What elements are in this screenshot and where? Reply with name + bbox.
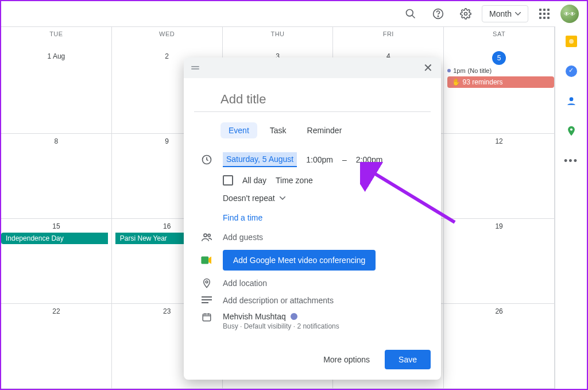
location-icon <box>200 277 214 289</box>
settings-icon[interactable] <box>454 2 477 25</box>
svg-line-1 <box>412 16 415 18</box>
keep-icon[interactable] <box>566 36 577 47</box>
svg-point-9 <box>208 234 210 237</box>
more-addons-icon[interactable]: ••• <box>564 155 578 167</box>
svg-point-3 <box>438 16 438 17</box>
clock-icon <box>200 154 214 165</box>
day-header: WED <box>112 27 223 49</box>
tab-event[interactable]: Event <box>220 122 257 138</box>
close-icon[interactable]: ✕ <box>421 59 435 77</box>
event-type-tabs: Event Task Reminder <box>194 122 431 138</box>
calendar-cell[interactable]: 22 <box>1 304 112 389</box>
add-meet-button[interactable]: Add Google Meet video conferencing <box>223 250 376 271</box>
tab-task[interactable]: Task <box>262 122 295 138</box>
search-icon[interactable] <box>399 2 422 25</box>
view-selector[interactable]: Month <box>482 5 528 22</box>
modal-header: ✕ <box>184 57 441 78</box>
calendar-color-dot <box>291 313 297 320</box>
maps-icon[interactable] <box>566 125 577 137</box>
event-chip[interactable]: Independence Day <box>1 233 108 244</box>
svg-point-5 <box>569 97 573 101</box>
day-header: TUE <box>1 27 112 49</box>
start-time[interactable]: 1:00pm <box>306 155 333 164</box>
reminders-chip[interactable]: ✋ 93 reminders <box>447 76 554 88</box>
calendar-cell[interactable]: 1 Aug <box>1 49 112 134</box>
drag-handle-icon[interactable] <box>189 66 201 69</box>
topbar: Month 👁👁 <box>1 1 587 26</box>
svg-rect-15 <box>203 314 211 321</box>
tasks-icon[interactable] <box>566 65 577 77</box>
view-label: Month <box>489 9 512 18</box>
meet-icon <box>200 256 214 265</box>
event-item[interactable]: 1pm (No title) <box>447 67 551 74</box>
date-selector[interactable]: Saturday, 5 August <box>223 152 297 167</box>
help-icon[interactable] <box>427 2 450 25</box>
calendar-meta: Busy · Default visibility · 2 notificati… <box>223 322 339 330</box>
add-description-placeholder[interactable]: Add description or attachments <box>223 296 334 305</box>
timezone-link[interactable]: Time zone <box>276 176 313 185</box>
side-panel: ••• <box>555 26 587 389</box>
svg-point-11 <box>206 281 208 283</box>
calendar-cell[interactable]: 8 <box>1 134 112 219</box>
find-a-time-link[interactable]: Find a time <box>194 213 431 222</box>
add-location-placeholder[interactable]: Add location <box>223 279 267 288</box>
svg-rect-13 <box>202 299 212 300</box>
contacts-icon[interactable] <box>566 95 577 107</box>
description-icon <box>200 296 214 304</box>
guests-icon <box>200 231 214 243</box>
chevron-down-icon <box>280 196 285 200</box>
hand-icon: ✋ <box>452 78 462 86</box>
calendar-owner[interactable]: Mehvish Mushtaq <box>223 312 339 321</box>
day-header: THU <box>223 27 334 49</box>
day-header: FRI <box>333 27 444 49</box>
datetime-row: Saturday, 5 August 1:00pm – 2:00pm <box>194 149 431 171</box>
svg-point-6 <box>570 128 572 130</box>
svg-rect-10 <box>201 257 208 264</box>
svg-point-4 <box>465 13 467 16</box>
title-input[interactable] <box>194 88 431 112</box>
allday-label: All day <box>242 176 266 185</box>
calendar-cell[interactable]: 19 <box>444 219 555 304</box>
calendar-cell-today[interactable]: 5 1pm (No title) ✋ 93 reminders <box>444 49 555 134</box>
calendar-cell[interactable]: 12 <box>444 134 555 219</box>
calendar-icon <box>200 312 214 322</box>
chevron-down-icon <box>515 12 521 16</box>
save-button[interactable]: Save <box>385 350 431 369</box>
event-create-modal: ✕ Event Task Reminder Saturday, 5 August… <box>184 57 441 380</box>
google-apps-icon[interactable] <box>533 2 556 25</box>
account-avatar[interactable]: 👁👁 <box>560 5 579 23</box>
svg-rect-12 <box>202 296 212 298</box>
svg-point-0 <box>407 10 413 17</box>
event-dot-icon <box>447 69 451 72</box>
time-separator: – <box>342 155 347 164</box>
allday-checkbox[interactable] <box>223 175 233 186</box>
repeat-selector[interactable]: Doesn't repeat <box>194 194 431 203</box>
end-time[interactable]: 2:00pm <box>356 155 383 164</box>
more-options-button[interactable]: More options <box>316 350 377 369</box>
tab-reminder[interactable]: Reminder <box>299 122 350 138</box>
svg-point-8 <box>204 234 207 237</box>
add-guests-placeholder[interactable]: Add guests <box>223 233 263 242</box>
svg-rect-14 <box>202 302 208 303</box>
calendar-cell[interactable]: 15 Independence Day <box>1 219 112 304</box>
calendar-cell[interactable]: 26 <box>444 304 555 389</box>
day-header: SAT <box>444 27 555 49</box>
